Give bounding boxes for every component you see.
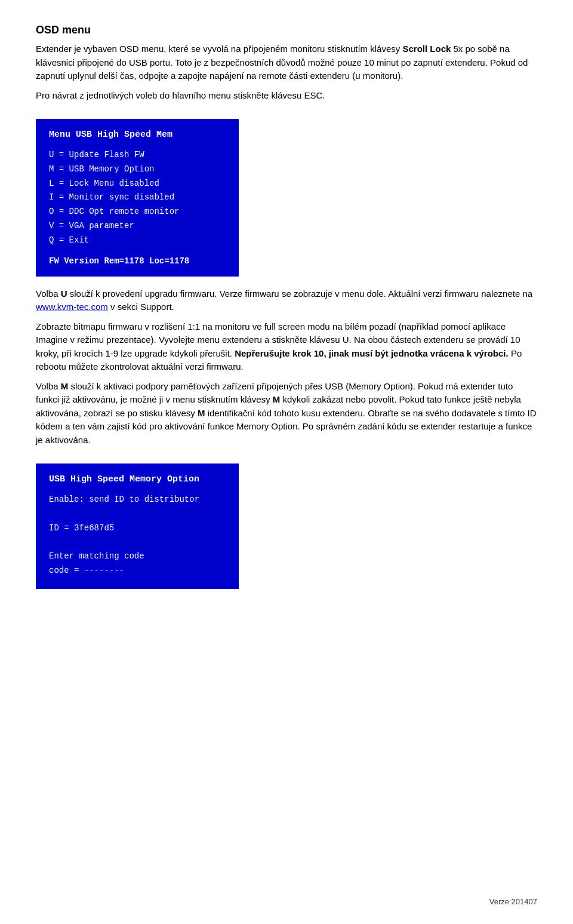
menu-item-u: U = Update Flash FW <box>49 148 226 162</box>
paragraph4-bold: Nepřerušujte krok 10, jinak musí být jed… <box>235 348 509 358</box>
paragraph1-bold: Scroll Lock <box>402 44 451 54</box>
menu-item-v: V = VGA parameter <box>49 219 226 234</box>
menu-box-title: Menu USB High Speed Mem <box>49 130 226 140</box>
paragraph-5: Volba M slouží k aktivaci podpory paměťo… <box>36 380 537 447</box>
memory-item-2: ID = 3fe687d5 <box>49 521 226 536</box>
paragraph1-text: Extender je vybaven OSD menu, které se v… <box>36 44 402 54</box>
fw-version: FW Version Rem=1178 Loc=1178 <box>49 256 226 266</box>
kvm-tec-link[interactable]: www.kvm-tec.com <box>36 302 108 312</box>
section-title: OSD menu <box>36 24 537 36</box>
paragraph3-pre: Volba <box>36 288 61 299</box>
paragraph3-bold-u: U <box>61 288 67 299</box>
memory-item-0: Enable: send ID to distributor <box>49 493 226 507</box>
paragraph5-bold-m3: M <box>198 408 205 418</box>
menu-usb-box: Menu USB High Speed Mem U = Update Flash… <box>36 119 239 277</box>
paragraph-4: Zobrazte bitmapu firmwaru v rozlišení 1:… <box>36 320 537 374</box>
menu-item-q: Q = Exit <box>49 234 226 248</box>
memory-item-3 <box>49 535 226 550</box>
paragraph3-mid: slouží k provedení upgradu firmwaru. Ver… <box>67 288 533 299</box>
menu-item-i: I = Monitor sync disabled <box>49 191 226 205</box>
paragraph-2: Pro návrat z jednotlivých voleb do hlavn… <box>36 89 537 103</box>
footer-version: Verze 201407 <box>489 897 537 906</box>
menu-item-o: O = DDC Opt remote monitor <box>49 205 226 219</box>
page-content: OSD menu Extender je vybaven OSD menu, k… <box>36 24 537 600</box>
memory-item-4: Enter matching code <box>49 550 226 564</box>
paragraph-3: Volba U slouží k provedení upgradu firmw… <box>36 287 537 314</box>
paragraph5-pre: Volba <box>36 381 61 391</box>
paragraph5-bold-m2: M <box>273 394 281 404</box>
paragraph-1: Extender je vybaven OSD menu, které se v… <box>36 42 537 83</box>
memory-box-title: USB High Speed Memory Option <box>49 474 226 484</box>
paragraph3-end: v sekci Support. <box>108 302 174 312</box>
menu-item-l: L = Lock Menu disabled <box>49 177 226 191</box>
memory-item-5: code = -------- <box>49 564 226 578</box>
memory-option-box: USB High Speed Memory Option Enable: sen… <box>36 463 239 589</box>
memory-item-1 <box>49 507 226 521</box>
menu-item-m: M = USB Memory Option <box>49 162 226 177</box>
paragraph5-bold-m: M <box>61 381 69 391</box>
